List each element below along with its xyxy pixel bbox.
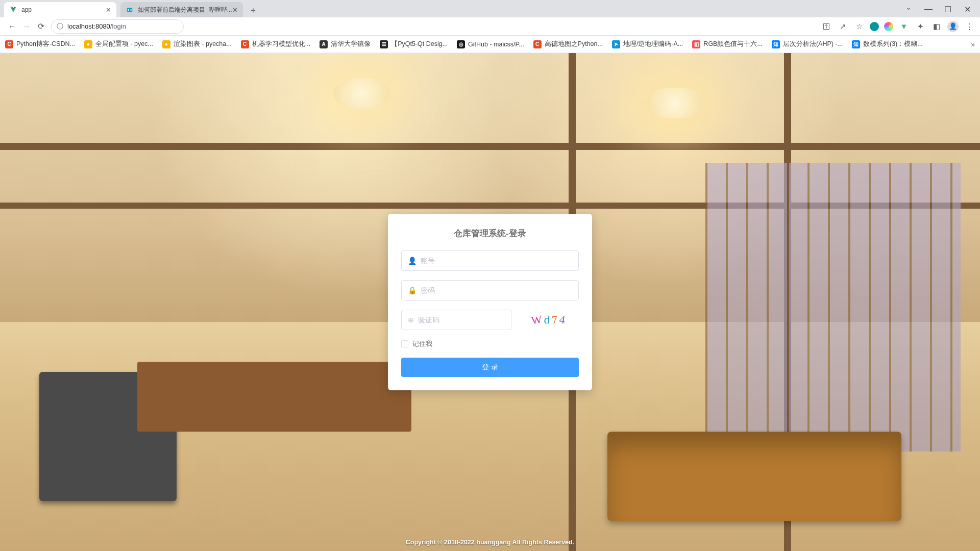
bookmark-item[interactable]: ➤地理/逆地理编码-A... <box>612 40 683 48</box>
page-footer: Copyright © 2018-2022 huanggang All Righ… <box>0 539 980 546</box>
password-field[interactable]: 🔒 <box>401 280 579 300</box>
shield-icon: ⊕ <box>408 316 414 324</box>
bookmark-item[interactable]: ◧RGB颜色值与十六... <box>692 40 763 48</box>
extension-color-icon[interactable] <box>884 22 893 31</box>
address-bar[interactable]: ⓘ localhost:8080/login <box>51 19 184 34</box>
tab-active[interactable]: app ✕ <box>4 2 116 17</box>
login-card: 仓库管理系统-登录 👤 🔒 ⊕ Wd74 记住我 登 录 <box>388 214 592 390</box>
address-bar-row: ← → ⟳ ⓘ localhost:8080/login ⚿ ↗ ☆ ▼ ✦ ◧… <box>0 17 980 36</box>
bookmark-label: RGB颜色值与十六... <box>703 40 763 48</box>
url-path: /login <box>110 22 126 30</box>
side-panel-icon[interactable]: ◧ <box>931 21 942 32</box>
minimize-button[interactable]: — <box>920 3 937 15</box>
bookmark-star-icon[interactable]: ☆ <box>853 21 865 32</box>
tab-inactive[interactable]: 如何部署前后端分离项目_哔哩哔... ✕ <box>120 2 243 17</box>
captcha-input[interactable] <box>418 316 505 324</box>
share-icon[interactable]: ↗ <box>837 21 848 32</box>
bookmark-favicon-icon: C <box>533 40 542 48</box>
bookmark-favicon-icon: ● <box>84 40 92 48</box>
bookmarks-overflow-icon[interactable]: » <box>971 40 975 48</box>
bookmark-favicon-icon: ◎ <box>457 40 465 48</box>
bookmark-label: GitHub - maicss/P... <box>468 41 524 48</box>
captcha-field[interactable]: ⊕ <box>401 310 511 330</box>
bookmark-item[interactable]: CPython博客-CSDN... <box>5 40 75 48</box>
bg-counter <box>137 362 412 432</box>
svg-rect-0 <box>127 8 133 12</box>
bookmark-item[interactable]: C高德地图之Python... <box>533 40 603 48</box>
toolbar-right: ⚿ ↗ ☆ ▼ ✦ ◧ 👤 ⋮ <box>821 21 975 32</box>
bg-kotatsu <box>607 432 901 521</box>
bookmark-item[interactable]: ●渲染图表 - pyecha... <box>162 40 232 48</box>
bookmark-label: 全局配置项 - pyec... <box>95 40 153 48</box>
bg-lamp <box>647 88 703 118</box>
captcha-image[interactable]: Wd74 <box>520 310 579 330</box>
password-key-icon[interactable]: ⚿ <box>821 21 832 32</box>
bookmark-label: 渲染图表 - pyecha... <box>174 40 232 48</box>
forward-button[interactable]: → <box>19 19 34 34</box>
close-tab-icon[interactable]: ✕ <box>106 6 111 14</box>
page-content: 仓库管理系统-登录 👤 🔒 ⊕ Wd74 记住我 登 录 Copyright ©… <box>0 53 980 551</box>
bookmark-favicon-icon: C <box>5 40 13 48</box>
bg-beam <box>0 143 980 150</box>
maximize-button[interactable]: ☐ <box>939 3 957 15</box>
remember-me[interactable]: 记住我 <box>401 339 579 348</box>
remember-label: 记住我 <box>412 339 432 348</box>
kebab-menu-icon[interactable]: ⋮ <box>964 21 975 32</box>
bookmark-label: 机器学习模型优化... <box>252 40 310 48</box>
bg-shoji <box>705 163 960 452</box>
bookmark-item[interactable]: C机器学习模型优化... <box>241 40 310 48</box>
vue-favicon-icon <box>9 6 17 14</box>
svg-rect-2 <box>131 9 132 11</box>
bookmark-label: 数模系列(3)：模糊... <box>863 40 923 48</box>
user-icon: 👤 <box>408 257 416 265</box>
profile-avatar[interactable]: 👤 <box>947 21 959 32</box>
bilibili-favicon-icon <box>126 6 134 14</box>
lock-icon: 🔒 <box>408 286 416 294</box>
svg-rect-1 <box>128 9 129 11</box>
bookmark-label: Python博客-CSDN... <box>16 40 75 48</box>
bookmark-label: 【PyQt5-Qt Desig... <box>391 40 448 48</box>
bookmark-favicon-icon: ● <box>162 40 170 48</box>
bookmark-label: 层次分析法(AHP) -... <box>783 40 843 48</box>
site-info-icon[interactable]: ⓘ <box>57 22 63 31</box>
bookmark-item[interactable]: 知数模系列(3)：模糊... <box>852 40 923 48</box>
close-tab-icon[interactable]: ✕ <box>232 6 238 14</box>
bookmark-favicon-icon: 知 <box>852 40 860 48</box>
bookmark-label: 清华大学镜像 <box>331 40 371 48</box>
login-button[interactable]: 登 录 <box>401 358 579 377</box>
bookmarks-bar: CPython博客-CSDN... ●全局配置项 - pyec... ●渲染图表… <box>0 36 980 53</box>
new-tab-button[interactable]: ＋ <box>246 3 260 17</box>
bookmark-item[interactable]: ◎GitHub - maicss/P... <box>457 40 524 48</box>
bookmark-favicon-icon: 知 <box>772 40 780 48</box>
password-input[interactable] <box>421 287 572 294</box>
browser-tab-strip: app ✕ 如何部署前后端分离项目_哔哩哔... ✕ ＋ ⌄ — ☐ ✕ <box>0 0 980 17</box>
bookmark-item[interactable]: ☰【PyQt5-Qt Desig... <box>380 40 448 48</box>
tab-title: 如何部署前后端分离项目_哔哩哔... <box>138 6 232 14</box>
window-controls: ⌄ — ☐ ✕ <box>901 3 980 17</box>
username-input[interactable] <box>421 257 572 265</box>
bookmark-favicon-icon: ☰ <box>380 40 388 48</box>
bookmark-favicon-icon: A <box>320 40 328 48</box>
chevron-down-icon[interactable]: ⌄ <box>905 3 912 15</box>
bg-lamp <box>333 78 389 109</box>
bookmark-favicon-icon: C <box>241 40 249 48</box>
bookmark-item[interactable]: 知层次分析法(AHP) -... <box>772 40 843 48</box>
url-host: localhost:8080 <box>67 22 110 30</box>
login-title: 仓库管理系统-登录 <box>401 228 579 239</box>
remember-checkbox[interactable] <box>401 340 408 347</box>
bookmark-item[interactable]: ●全局配置项 - pyec... <box>84 40 153 48</box>
extensions-puzzle-icon[interactable]: ✦ <box>915 21 926 32</box>
bookmark-label: 地理/逆地理编码-A... <box>623 40 683 48</box>
extension-arduino-icon[interactable] <box>870 22 879 31</box>
username-field[interactable]: 👤 <box>401 251 579 271</box>
bookmark-label: 高德地图之Python... <box>545 40 603 48</box>
bookmark-item[interactable]: A清华大学镜像 <box>320 40 371 48</box>
captcha-row: ⊕ Wd74 <box>401 310 579 330</box>
back-button[interactable]: ← <box>5 19 19 34</box>
tab-title: app <box>21 6 32 13</box>
close-window-button[interactable]: ✕ <box>959 3 976 15</box>
bookmark-favicon-icon: ◧ <box>692 40 700 48</box>
bookmark-favicon-icon: ➤ <box>612 40 620 48</box>
reload-button[interactable]: ⟳ <box>34 19 48 34</box>
vue-devtools-icon[interactable]: ▼ <box>898 21 910 32</box>
